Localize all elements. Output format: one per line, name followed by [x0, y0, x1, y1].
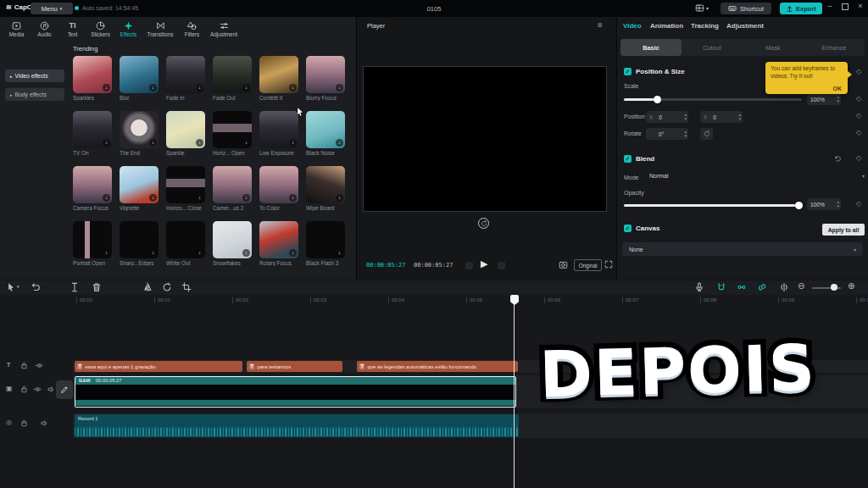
effect-item[interactable]: ↓To Color [259, 166, 298, 211]
zoom-out-icon[interactable]: ⊖ [798, 281, 804, 291]
effect-item[interactable]: ↓Horiz... Open [213, 111, 252, 156]
effect-item[interactable]: ↓Camera Focus [73, 166, 112, 211]
apply-to-all-button[interactable]: Apply to all [822, 224, 865, 236]
subtab-mask[interactable]: Mask [743, 39, 804, 56]
rotate-icon[interactable] [162, 282, 172, 292]
effect-item[interactable]: ↓Blurry Focus [306, 56, 345, 101]
timeline-zoom-knob[interactable] [831, 284, 837, 291]
stepper[interactable]: ▴▾ [837, 200, 839, 208]
effect-item[interactable]: ↓Horizo... Close [166, 166, 205, 211]
split-icon[interactable] [70, 282, 80, 292]
zoom-in-icon[interactable]: ⊕ [848, 281, 854, 291]
sidebar-item-body-effects[interactable]: ▸Body effects [5, 88, 64, 101]
frame-previous-button[interactable] [465, 262, 473, 269]
effect-thumbnail[interactable]: ↓ [120, 111, 159, 148]
linking-icon[interactable] [757, 282, 767, 292]
tab-audio[interactable]: Audio [31, 21, 58, 37]
effect-item[interactable]: ↓Fade Out [213, 56, 252, 101]
eye-icon[interactable] [36, 362, 43, 369]
chevron-down-icon[interactable]: ▾ [17, 284, 19, 289]
opacity-value-field[interactable]: 100% ▴▾ [807, 198, 841, 210]
position-y-field[interactable]: Y 0 ▴▾ [700, 111, 743, 123]
scale-value-field[interactable]: 100% ▴▾ [807, 93, 841, 105]
keyframe-diamond-icon[interactable]: ◇ [856, 129, 861, 136]
position-x-field[interactable]: X 0 ▴▾ [646, 111, 688, 123]
stepper[interactable]: ▴▾ [738, 113, 741, 120]
preview-axis-icon[interactable] [779, 282, 789, 292]
effect-thumbnail[interactable]: ↓ [259, 221, 298, 258]
effect-thumbnail[interactable]: ↓ [73, 221, 112, 258]
player-menu-icon[interactable]: ≡ [598, 20, 603, 30]
effect-thumbnail[interactable]: ↓ [120, 56, 159, 93]
effect-item[interactable]: ↓Sparkles [73, 56, 112, 101]
audio-clip[interactable]: Record 1 [75, 414, 519, 437]
tab-media[interactable]: Media [3, 21, 30, 37]
reset-icon[interactable] [834, 155, 842, 163]
delete-icon[interactable] [92, 282, 102, 292]
tab-effects[interactable]: Effects [115, 21, 142, 37]
canvas-background-dropdown[interactable]: None ▾ [622, 242, 863, 256]
effect-item[interactable]: ↓Wipe Board [306, 166, 345, 211]
effect-thumbnail[interactable]: ↓ [166, 166, 205, 203]
voiceover-mic-icon[interactable] [694, 282, 704, 292]
keyframe-diamond-icon[interactable]: ◇ [856, 154, 861, 162]
sidebar-item-video-effects[interactable]: ▸Video effects [5, 69, 64, 82]
effect-item[interactable]: ↓The End [120, 111, 159, 156]
keyframe-diamond-icon[interactable]: ◇ [856, 200, 861, 208]
subtab-basic[interactable]: Basic [620, 39, 682, 56]
crop-icon[interactable] [181, 282, 192, 292]
checkbox-canvas[interactable]: ✓ [624, 225, 632, 232]
lock-icon[interactable] [20, 419, 28, 427]
shortcut-button[interactable]: Shortcut [721, 3, 771, 14]
select-tool-icon[interactable] [6, 282, 16, 292]
undo-icon[interactable] [31, 282, 41, 292]
video-clip-selected[interactable]: B&W 00:00:05:27 [75, 376, 516, 408]
eye-icon[interactable] [34, 385, 42, 393]
text-clip[interactable]: T para testarmos [247, 361, 342, 372]
play-button[interactable]: ▶ [481, 258, 487, 269]
blend-mode-dropdown[interactable]: Normal ▾ [649, 173, 865, 179]
keyframe-diamond-icon[interactable]: ◇ [856, 95, 861, 103]
effect-item[interactable]: ↓Blur [120, 56, 159, 101]
frame-next-button[interactable] [498, 262, 505, 269]
effect-thumbnail[interactable]: ↓ [213, 56, 252, 93]
rotate-handle-icon[interactable] [478, 218, 489, 229]
mirror-icon[interactable] [142, 282, 153, 292]
effect-thumbnail[interactable]: ↓ [213, 221, 252, 258]
menu-button[interactable]: Menu▾ [31, 3, 73, 14]
effect-thumbnail[interactable]: ↓ [259, 56, 298, 93]
export-button[interactable]: Export [780, 3, 822, 14]
effect-item[interactable]: ↓Portrait Open [73, 221, 112, 266]
effect-thumbnail[interactable]: ↓ [213, 166, 252, 203]
lock-icon[interactable] [20, 385, 28, 393]
effect-item[interactable]: ↓Snowflakes [213, 221, 252, 266]
timeline-ruler[interactable]: 00:0000:0100:0200:0300:0400:0500:0600:07… [0, 295, 868, 307]
effect-thumbnail[interactable]: ↓ [73, 56, 112, 93]
close-button[interactable]: × [854, 2, 866, 10]
subtab-cutout[interactable]: Cutout [682, 39, 743, 56]
effect-item[interactable]: ↓TV On [73, 111, 112, 156]
speaker-icon[interactable] [41, 419, 48, 427]
keyframe-diamond-icon[interactable]: ◇ [856, 68, 861, 75]
tab-transitions[interactable]: Transitions [143, 21, 177, 37]
quality-selector[interactable]: Original [574, 259, 602, 271]
tooltip-ok-button[interactable]: OK [833, 86, 843, 92]
effect-thumbnail[interactable]: ↓ [306, 221, 345, 258]
tab-stickers[interactable]: Stickers [87, 21, 114, 37]
effect-thumbnail[interactable]: ↓ [306, 111, 345, 148]
effect-item[interactable]: ↓Rotary Focus [259, 221, 298, 266]
effect-thumbnail[interactable]: ↓ [306, 166, 345, 203]
subtab-enhance[interactable]: Enhance [804, 39, 865, 56]
fullscreen-icon[interactable] [604, 260, 613, 269]
scale-slider-knob[interactable] [654, 96, 661, 103]
tab-filters[interactable]: Filters [179, 21, 205, 37]
effect-thumbnail[interactable]: ↓ [213, 111, 252, 148]
effect-thumbnail[interactable]: ↓ [73, 166, 112, 203]
checkbox-blend[interactable]: ✓ [624, 155, 632, 163]
lock-icon[interactable] [20, 362, 28, 369]
effect-item[interactable]: ↓Fade In [166, 56, 205, 101]
stepper[interactable]: ▴▾ [684, 113, 687, 120]
stepper[interactable]: ▴▾ [837, 95, 839, 103]
effect-thumbnail[interactable]: ↓ [166, 56, 205, 93]
effect-item[interactable]: ↓Sparkle [166, 111, 205, 156]
